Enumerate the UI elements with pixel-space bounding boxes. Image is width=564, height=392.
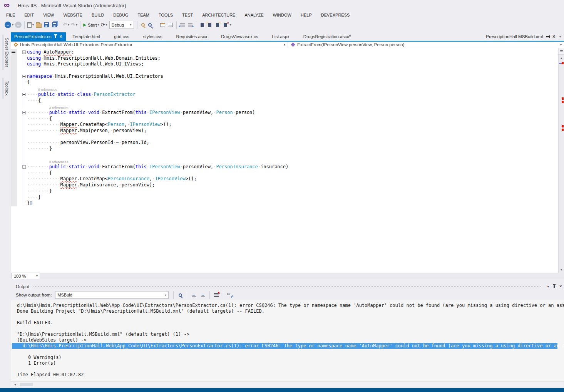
menu-item-view[interactable]: VIEW — [38, 12, 59, 18]
menu-item-window[interactable]: WINDOW — [268, 12, 296, 18]
menu-item-help[interactable]: HELP — [296, 12, 316, 18]
code-line[interactable]: using·Hmis.PrescriptionHall.Web.UI.IView… — [11, 61, 558, 67]
indicator-margin[interactable] — [11, 74, 17, 80]
save-all-button[interactable] — [50, 20, 58, 30]
find-message-in-code-button[interactable] — [176, 291, 185, 299]
next-message-button[interactable]: → — [198, 291, 208, 299]
decrease-indent-button[interactable]: ◂ — [179, 20, 186, 30]
open-file-button[interactable] — [35, 20, 42, 30]
next-bookmark-button[interactable]: ↷ — [214, 20, 221, 30]
output-source-dropdown[interactable]: MSBuid ▾ — [55, 291, 169, 299]
scroll-down-arrow[interactable]: ▾ — [559, 268, 564, 271]
pin-icon[interactable] — [546, 36, 549, 37]
close-icon[interactable]: × — [559, 284, 562, 288]
indicator-margin[interactable] — [11, 116, 17, 122]
restart-button[interactable]: ⟳▾ — [100, 20, 108, 30]
indicator-margin[interactable] — [11, 98, 17, 104]
output-line[interactable] — [17, 326, 564, 332]
window-position-chevron[interactable]: ▾ — [547, 284, 549, 288]
code-line[interactable] — [11, 152, 558, 158]
output-line[interactable]: Time Elapsed 00:01:07.82 — [17, 372, 564, 378]
collapse-region-button[interactable] — [22, 165, 26, 169]
panel-drag-grip[interactable] — [33, 286, 541, 288]
code-line[interactable]: 0 references — [11, 85, 558, 92]
code-line[interactable] — [11, 67, 558, 74]
menu-item-edit[interactable]: EDIT — [20, 12, 38, 18]
tab-drugsregistration-ascx-[interactable]: DrugsRegistration.ascx* — [296, 32, 358, 41]
output-line[interactable]: Build FAILED. — [17, 320, 564, 326]
code-line[interactable]: ············personView.PersonId·=·person… — [11, 140, 558, 146]
preview-tab-prescriptionhall-msbuild[interactable]: PrescriptionHall.MSBuild.xml × ▾ — [483, 32, 564, 41]
code-line[interactable]: ········public·static·void·ExtractFrom(t… — [11, 110, 558, 116]
code-line[interactable]: ············Mapper.Map(insurance,·person… — [11, 182, 558, 188]
menu-item-architecture[interactable]: ARCHITECTURE — [197, 12, 240, 18]
output-line[interactable]: Done Building Project "D:\Hmis\Prescript… — [17, 308, 564, 314]
solution-configuration-dropdown[interactable]: Debug ▾ — [109, 21, 134, 29]
sidebar-tab-server-explorer[interactable]: Server Explorer — [2, 35, 10, 70]
editor-zoom-dropdown[interactable]: 100 % ▾ — [12, 273, 40, 279]
output-log[interactable]: d:\Hmis\Hmis.PrescriptionHall.Web\App_Co… — [11, 300, 564, 381]
output-line[interactable] — [17, 349, 564, 355]
previous-message-button[interactable]: ← — [189, 291, 198, 299]
output-line[interactable] — [17, 366, 564, 372]
code-lens-references[interactable]: 0 references — [27, 87, 57, 93]
menu-item-team[interactable]: TEAM — [133, 12, 154, 18]
output-line[interactable]: (BuildWebSites target) -> — [17, 337, 564, 343]
close-icon[interactable]: × — [60, 34, 62, 39]
code-editor[interactable]: using·AutoMapper;using·Hmis.Prescription… — [11, 48, 558, 273]
chevron-down-icon[interactable]: ▾ — [284, 43, 285, 47]
indicator-margin[interactable] — [11, 158, 17, 164]
menu-item-file[interactable]: FILE — [2, 12, 20, 18]
indicator-margin[interactable] — [11, 110, 17, 116]
code-line[interactable]: using·Hmis.PrescriptionHall.Web.Domain.E… — [11, 55, 558, 62]
tab-styles-css[interactable]: styles.css — [136, 32, 169, 41]
collapse-region-button[interactable] — [22, 50, 26, 54]
code-line[interactable]: ········{ — [11, 170, 558, 176]
output-line[interactable]: d:\Hmis\Hmis.PrescriptionHall.Web\App_Co… — [17, 303, 564, 308]
menu-item-build[interactable]: BUILD — [87, 12, 109, 18]
output-line[interactable] — [17, 314, 564, 320]
indicator-margin[interactable] — [11, 61, 17, 67]
code-line[interactable]: ············Mapper.CreateMap<PersonInsur… — [11, 176, 558, 182]
indicator-margin[interactable] — [11, 182, 17, 188]
code-line[interactable]: ····{ — [11, 98, 558, 104]
auto-hide-pin-icon[interactable] — [554, 285, 555, 288]
member-dropdown[interactable]: ExtractFrom(IPersonView personView, Pers… — [288, 42, 564, 48]
menu-item-analyze[interactable]: ANALYZE — [240, 12, 268, 18]
indicator-margin[interactable] — [11, 194, 17, 201]
code-line[interactable]: ····} — [11, 194, 558, 201]
output-line[interactable]: 1 Error(s) — [17, 360, 564, 366]
chevron-down-icon[interactable]: ▾ — [152, 27, 154, 30]
code-line[interactable]: ············Mapper.Map(person,·personVie… — [11, 128, 558, 134]
output-line[interactable]: "D:\Hmis\PrescriptionHall.MSBuild.xml" (… — [17, 332, 564, 337]
chevron-down-icon[interactable]: ▾ — [76, 23, 77, 27]
pin-icon[interactable] — [55, 35, 56, 38]
code-line[interactable]: ········} — [11, 188, 558, 194]
code-lens-references[interactable]: 3 references — [27, 159, 69, 166]
uncomment-selection-button[interactable] — [167, 20, 174, 30]
indicator-margin[interactable] — [11, 152, 17, 158]
code-line[interactable] — [11, 134, 558, 140]
code-line[interactable]: namespace·Hmis.PrescriptionHall.Web.UI.E… — [11, 74, 558, 80]
toolbar-options-chevron[interactable]: ▾ — [230, 23, 231, 27]
indicator-margin[interactable] — [11, 92, 17, 98]
indicator-margin[interactable] — [11, 134, 17, 140]
indicator-margin[interactable] — [11, 140, 17, 146]
tab-list-aspx[interactable]: List.aspx — [265, 32, 296, 41]
clear-all-button[interactable]: × — [212, 291, 221, 299]
output-horizontal-scrollbar[interactable]: ◂ — [11, 381, 564, 387]
code-line[interactable]: { — [11, 79, 558, 85]
previous-bookmark-button[interactable]: ↶ — [206, 20, 214, 30]
toggle-word-wrap-button[interactable]: ab↲ — [225, 291, 234, 299]
code-line[interactable]: ········public·static·void·ExtractFrom(t… — [11, 164, 558, 170]
redo-button[interactable]: ↷▾ — [70, 20, 78, 30]
toggle-bookmark-button[interactable] — [198, 20, 206, 30]
code-lens-references[interactable]: 3 references — [27, 105, 69, 111]
indicator-margin[interactable] — [11, 146, 17, 152]
indicator-margin[interactable] — [11, 79, 17, 85]
output-line-selected[interactable]: d:\Hmis\Hmis.PrescriptionHall.Web\App_Co… — [12, 343, 557, 349]
find-in-files-button[interactable] — [139, 20, 147, 30]
navigate-forward-button[interactable]: → — [14, 20, 22, 30]
code-line[interactable]: 3 references — [11, 158, 558, 164]
save-button[interactable] — [42, 20, 50, 30]
